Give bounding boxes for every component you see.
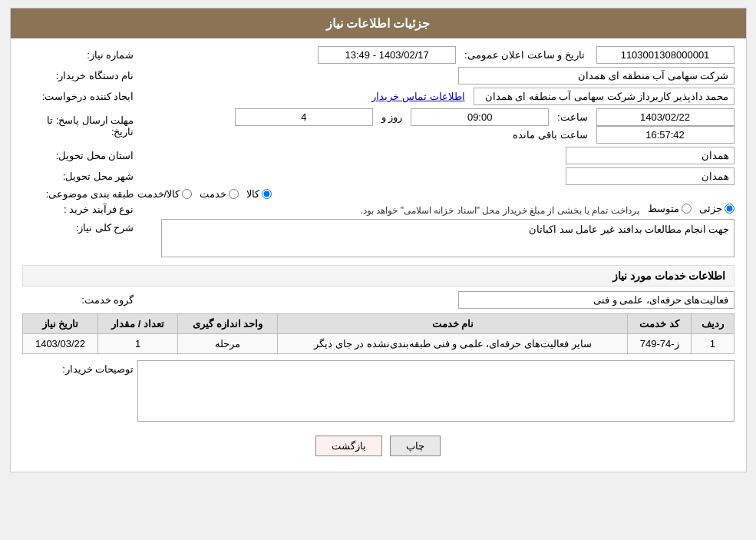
category-radio-khedmat: خدمت — [200, 188, 239, 200]
row-requester: ایجاد کننده درخواست: محمد دادپذیر کاربرد… — [22, 88, 735, 105]
general-desc-label: شرح کلی نیاز: — [22, 219, 137, 234]
row-category: طبقه بندی موضوعی: کالا/خدمت خدمت کالا — [22, 188, 735, 200]
radio-kala-label: کالا — [246, 188, 259, 200]
deadline-days-label: روز و — [381, 111, 403, 123]
radio-kala-khedmat[interactable] — [182, 189, 192, 199]
content-area: شماره نیاز: 1103001308000001 تاریخ و ساع… — [11, 38, 746, 472]
deadline-time: 09:00 — [411, 108, 549, 126]
print-button[interactable]: چاپ — [390, 436, 441, 456]
deadline-remaining-label: ساعت باقی مانده — [513, 129, 587, 141]
radio-motavasset[interactable] — [682, 204, 692, 214]
cell-date: 1403/03/22 — [22, 334, 98, 354]
category-radios: کالا/خدمت خدمت کالا — [137, 188, 735, 200]
page-title: جزئیات اطلاعات نیاز — [326, 17, 431, 30]
contact-info-link[interactable]: اطلاعات تماس خریدار — [371, 91, 464, 102]
general-desc-input: جهت انجام مطالعات بدافند غیر عامل سد اکب… — [161, 219, 735, 257]
need-number-input: 1103001308000001 — [596, 46, 735, 64]
col-row: ردیف — [692, 314, 734, 334]
col-unit: واحد اندازه گیری — [177, 314, 277, 334]
col-qty: تعداد / مقدار — [98, 314, 177, 334]
col-name: نام خدمت — [278, 314, 628, 334]
city-input: همدان — [566, 167, 735, 185]
buyer-desc-area — [137, 360, 735, 424]
general-desc-value: جهت انجام مطالعات بدافند غیر عامل سد اکب… — [137, 219, 735, 257]
service-group-value: فعالیت‌های حرفه‌ای، علمی و فنی — [137, 291, 735, 309]
row-province: استان محل تحویل: همدان — [22, 147, 735, 164]
requester-value: محمد دادپذیر کاربرداز شرکت سهامی آب منطق… — [137, 88, 735, 105]
requester-input: محمد دادپذیر کاربرداز شرکت سهامی آب منطق… — [474, 88, 735, 105]
radio-kala[interactable] — [262, 189, 272, 199]
services-section-title: اطلاعات خدمات مورد نیاز — [22, 265, 735, 287]
process-note: پرداخت تمام یا بخشی از مبلغ خریداز محل "… — [361, 205, 639, 216]
cell-code: ز-74-749 — [628, 334, 692, 354]
city-value: همدان — [137, 167, 735, 185]
row-deadline: مهلت ارسال پاسخ: تا تاریخ: 1403/02/22 سا… — [22, 108, 735, 144]
category-radio-kala-khedmat: کالا/خدمت — [137, 188, 193, 200]
cell-row: 1 — [692, 334, 734, 354]
process-label: نوع فرآیند خرید : — [22, 204, 137, 215]
deadline-remaining: 16:57:42 — [596, 126, 735, 144]
buyer-org-label: نام دستگاه خریدار: — [22, 70, 137, 81]
buyer-org-value: شرکت سهامی آب منطقه ای همدان — [137, 67, 735, 84]
process-radio-group: متوسط جزئی — [648, 203, 735, 214]
service-group-input: فعالیت‌های حرفه‌ای، علمی و فنی — [458, 291, 735, 309]
row-service-group: گروه خدمت: فعالیت‌های حرفه‌ای، علمی و فن… — [22, 291, 735, 309]
row-general-desc: شرح کلی نیاز: جهت انجام مطالعات بدافند غ… — [22, 219, 735, 257]
category-radio-kala: کالا — [246, 188, 272, 200]
process-radio-motavasset: متوسط — [648, 203, 692, 214]
radio-khedmat-label: خدمت — [200, 188, 226, 200]
page-header: جزئیات اطلاعات نیاز — [11, 8, 746, 38]
col-date: تاریخ نیاز — [22, 314, 98, 334]
deadline-values: 1403/02/22 ساعت: 09:00 روز و 4 16:57:42 … — [137, 108, 735, 144]
deadline-days: 4 — [235, 108, 373, 126]
services-table: ردیف کد خدمت نام خدمت واحد اندازه گیری ت… — [22, 313, 735, 354]
deadline-time-label: ساعت: — [557, 111, 588, 123]
cell-unit: مرحله — [177, 334, 277, 354]
category-radio-group: کالا/خدمت خدمت کالا — [137, 188, 735, 200]
row-city: شهر محل تحویل: همدان — [22, 167, 735, 185]
process-radio-jozii: جزئی — [699, 203, 735, 214]
deadline-label: مهلت ارسال پاسخ: تا تاریخ: — [22, 114, 137, 137]
need-number-value: 1103001308000001 تاریخ و ساعت اعلان عموم… — [137, 46, 735, 64]
radio-motavasset-label: متوسط — [648, 203, 679, 214]
row-buyer-org: نام دستگاه خریدار: شرکت سهامی آب منطقه ا… — [22, 67, 735, 84]
page-container: جزئیات اطلاعات نیاز شماره نیاز: 11030013… — [10, 8, 747, 472]
cell-name: سایر فعالیت‌های حرفه‌ای، علمی و فنی طبقه… — [278, 334, 628, 354]
row-buyer-desc: توصیحات خریدار: — [22, 360, 735, 424]
radio-kala-khedmat-label: کالا/خدمت — [137, 188, 180, 200]
need-number-label: شماره نیاز: — [22, 49, 137, 61]
buyer-desc-textarea[interactable] — [137, 360, 735, 422]
radio-jozii-label: جزئی — [699, 203, 722, 214]
buyer-desc-label: توصیحات خریدار: — [22, 360, 137, 375]
col-code: کد خدمت — [628, 314, 692, 334]
deadline-date: 1403/02/22 — [596, 108, 735, 126]
announce-datetime: 1403/02/17 - 13:49 — [318, 46, 456, 64]
process-values: متوسط جزئی پرداخت تمام یا بخشی از مبلغ خ… — [137, 203, 735, 216]
radio-khedmat[interactable] — [229, 189, 239, 199]
button-row: چاپ بازگشت — [22, 436, 735, 456]
row-process: نوع فرآیند خرید : متوسط جزئی پرداخت تمام… — [22, 203, 735, 216]
city-label: شهر محل تحویل: — [22, 171, 137, 182]
row-need-number: شماره نیاز: 1103001308000001 تاریخ و ساع… — [22, 46, 735, 64]
province-value: همدان — [137, 147, 735, 164]
table-row: 1 ز-74-749 سایر فعالیت‌های حرفه‌ای، علمی… — [22, 334, 734, 354]
category-label: طبقه بندی موضوعی: — [22, 188, 137, 200]
announce-label: تاریخ و ساعت اعلان عمومی: — [464, 49, 585, 61]
cell-qty: 1 — [98, 334, 177, 354]
province-label: استان محل تحویل: — [22, 150, 137, 161]
requester-label: ایجاد کننده درخواست: — [22, 91, 137, 102]
back-button[interactable]: بازگشت — [315, 436, 382, 456]
service-group-label: گروه خدمت: — [22, 294, 137, 306]
buyer-org-input: شرکت سهامی آب منطقه ای همدان — [458, 67, 735, 84]
province-input: همدان — [566, 147, 735, 164]
radio-jozii[interactable] — [725, 204, 735, 214]
